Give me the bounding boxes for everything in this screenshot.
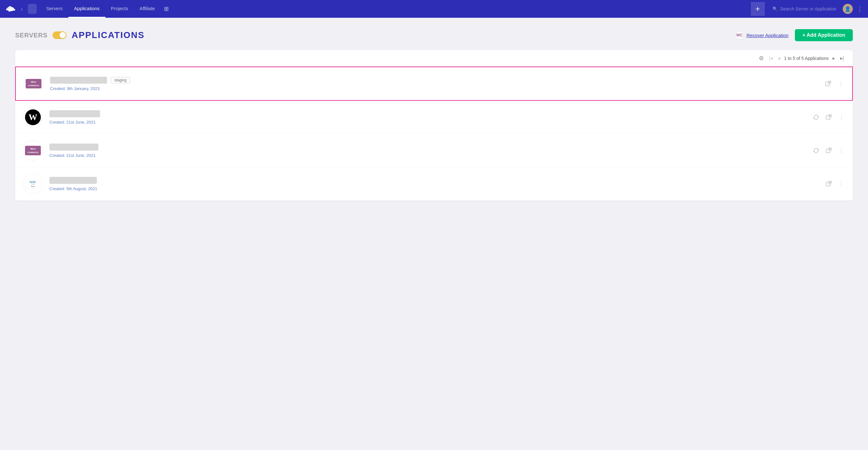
app-created-1: Created: 9th January, 2023 [50, 86, 824, 91]
pagination-first-button[interactable]: |◂ [768, 55, 774, 62]
page-header-right: WC Recover Application + Add Application [735, 29, 853, 41]
add-application-button[interactable]: + Add Application [795, 29, 853, 41]
filter-icon[interactable]: ⚙ [759, 55, 764, 62]
page-title: APPLICATIONS [71, 30, 144, 40]
pagination-prev-button[interactable]: ◂ [776, 55, 782, 62]
app-item-1: Woo COMMERCE staging Created: 9th Januar… [15, 66, 853, 101]
app-name-bar-2 [50, 110, 100, 117]
servers-label: SERVERS [15, 32, 48, 39]
svg-text:Woo: Woo [30, 147, 35, 150]
app-name-row-2 [50, 110, 812, 117]
nav-server-badge[interactable] [28, 4, 37, 14]
app-item-3: Woo COMMERCE Created: 21st June, 2021 [15, 134, 853, 167]
grid-icon[interactable]: ⊞ [161, 5, 172, 12]
search-placeholder-text: Search Server or Application [780, 6, 836, 11]
app-logo-3: Woo COMMERCE [23, 140, 43, 161]
toggle-knob [60, 32, 66, 38]
app-name-bar-1 [50, 77, 107, 84]
svg-text:MySQL: MySQL [30, 181, 36, 183]
app-info-2: Created: 21st June, 2021 [50, 110, 812, 124]
nav-more-icon[interactable]: ⋮ [857, 5, 863, 13]
open-app-icon-4[interactable] [825, 180, 833, 188]
app-actions-4: ⋮ [825, 180, 845, 188]
more-options-icon-3[interactable]: ⋮ [838, 147, 845, 154]
pagination-text: 1 to 5 of 5 Applications [784, 56, 829, 61]
recover-application-link[interactable]: WC Recover Application [735, 31, 788, 39]
app-badge-1: staging [111, 77, 130, 83]
nav-link-applications[interactable]: Applications [68, 0, 105, 18]
app-item-4: MySQL PHP Stack Created: 5th August, 202… [15, 167, 853, 201]
app-info-3: Created: 21st June, 2021 [50, 144, 812, 158]
more-options-icon-4[interactable]: ⋮ [838, 180, 845, 188]
recover-link-text: Recover Application [746, 33, 788, 38]
app-actions-1: ⋮ [824, 80, 844, 87]
nav-breadcrumb-arrow: › [21, 6, 23, 12]
nav-link-projects[interactable]: Projects [105, 0, 134, 18]
app-logo-1: Woo COMMERCE [24, 74, 44, 94]
svg-text:Stack: Stack [31, 186, 35, 187]
pagination-last-button[interactable]: ▸| [839, 55, 845, 62]
app-item-2: W Created: 21st June, 2021 [15, 101, 853, 134]
app-info-4: Created: 5th August, 2021 [50, 177, 825, 191]
open-app-icon-3[interactable] [825, 147, 833, 154]
servers-applications-toggle[interactable] [53, 31, 66, 39]
more-options-icon-2[interactable]: ⋮ [838, 113, 845, 121]
nav-link-affiliate[interactable]: Affiliate [134, 0, 161, 18]
app-name-bar-4 [50, 177, 97, 184]
pagination-next-button[interactable]: ▸ [831, 55, 836, 62]
recover-icon: WC [735, 31, 744, 39]
wordpress-logo: W [25, 109, 41, 125]
nav-add-button[interactable]: + [751, 2, 765, 16]
app-created-3: Created: 21st June, 2021 [50, 153, 812, 158]
sync-icon-2[interactable] [812, 113, 820, 121]
applications-container: ⚙ |◂ ◂ 1 to 5 of 5 Applications ▸ ▸| Woo… [15, 50, 853, 201]
open-app-icon-1[interactable] [824, 80, 832, 87]
nav-links: Servers Applications Projects Affiliate … [40, 0, 751, 18]
app-name-row-3 [50, 144, 812, 150]
app-created-4: Created: 5th August, 2021 [50, 186, 825, 191]
sync-icon-3[interactable] [812, 147, 820, 154]
app-created-2: Created: 21st June, 2021 [50, 120, 812, 124]
app-logo-4: MySQL PHP Stack [23, 174, 43, 194]
svg-text:COMMERCE: COMMERCE [28, 85, 39, 86]
svg-text:Woo: Woo [31, 81, 36, 83]
app-actions-2: ⋮ [812, 113, 845, 121]
pagination-controls: |◂ ◂ 1 to 5 of 5 Applications ▸ ▸| [768, 55, 845, 62]
nav-link-servers[interactable]: Servers [40, 0, 68, 18]
svg-text:COMMERCE: COMMERCE [27, 151, 39, 153]
more-options-icon-1[interactable]: ⋮ [837, 80, 844, 87]
svg-text:WC: WC [736, 33, 743, 37]
navbar: › Servers Applications Projects Affiliat… [0, 0, 868, 18]
app-logo-2: W [23, 107, 43, 128]
app-name-row-1: staging [50, 77, 824, 84]
page-header: SERVERS APPLICATIONS WC Recover Applicat… [15, 29, 853, 41]
nav-logo[interactable] [5, 4, 18, 13]
page-header-left: SERVERS APPLICATIONS [15, 30, 145, 40]
search-icon: 🔍 [772, 6, 778, 11]
main-content: SERVERS APPLICATIONS WC Recover Applicat… [0, 18, 868, 216]
apps-toolbar: ⚙ |◂ ◂ 1 to 5 of 5 Applications ▸ ▸| [15, 50, 853, 66]
nav-right: + 🔍 Search Server or Application 👤 ⋮ [751, 2, 863, 16]
app-info-1: staging Created: 9th January, 2023 [50, 77, 824, 91]
app-actions-3: ⋮ [812, 147, 845, 154]
svg-text:PHP: PHP [31, 183, 35, 185]
open-app-icon-2[interactable] [825, 113, 833, 121]
app-name-bar-3 [50, 144, 98, 150]
user-avatar[interactable]: 👤 [843, 4, 853, 14]
nav-search[interactable]: 🔍 Search Server or Application [770, 6, 839, 11]
app-name-row-4 [50, 177, 825, 184]
